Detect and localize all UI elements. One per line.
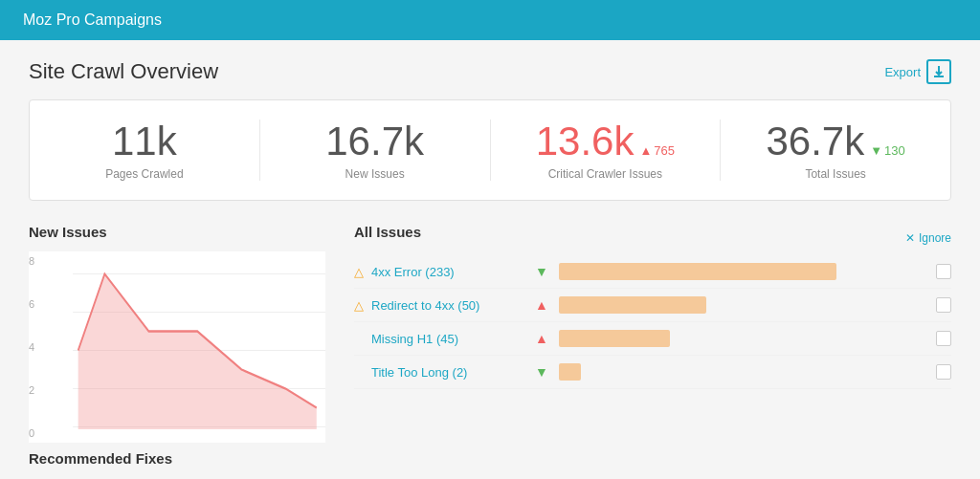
trend-4xx: ▼ — [532, 264, 551, 279]
stat-critical-issues: 13.6k ▲ 765 Critical Crawler Issues — [491, 120, 722, 181]
total-issues-value: 36.7k — [766, 120, 864, 163]
download-icon — [932, 65, 946, 78]
warning-icon-h1: △ — [354, 332, 364, 346]
export-label: Export — [884, 65, 921, 79]
bar-container-title — [559, 363, 928, 381]
top-bar: Moz Pro Campaigns — [0, 0, 980, 40]
pages-crawled-label: Pages Crawled — [30, 167, 259, 181]
issue-bar-title — [559, 363, 581, 381]
export-button[interactable]: Export — [884, 59, 951, 84]
page-title: Site Crawl Overview — [29, 59, 218, 84]
all-issues-title: All Issues — [354, 224, 421, 240]
down-trend-icon-title: ▼ — [535, 364, 548, 380]
issue-row-redirect: △ Redirect to 4xx (50) ▲ — [354, 289, 951, 322]
new-issues-title: New Issues — [29, 224, 325, 240]
stat-total-issues: 36.7k ▼ 130 Total Issues — [721, 120, 950, 181]
stats-card: 11k Pages Crawled 16.7k New Issues 13.6k… — [29, 99, 951, 201]
critical-issues-value: 13.6k — [536, 120, 635, 163]
chart-svg — [29, 251, 325, 443]
down-trend-icon: ▼ — [535, 264, 548, 279]
up-trend-icon: ▲ — [535, 297, 548, 313]
pages-crawled-value: 11k — [30, 120, 259, 163]
issue-row-title: △ Title Too Long (2) ▼ — [354, 356, 951, 389]
trend-title: ▼ — [532, 364, 551, 380]
new-issues-value: 16.7k — [260, 120, 490, 163]
stat-new-issues: 16.7k New Issues — [260, 120, 491, 181]
issue-checkbox-redirect[interactable] — [936, 297, 951, 313]
all-issues-section: All Issues ✕ Ignore △ 4xx Error (233) ▼ — [354, 224, 951, 443]
x-icon: ✕ — [905, 231, 915, 245]
total-issues-label: Total Issues — [721, 167, 950, 181]
warning-icon-redirect: △ — [354, 298, 364, 313]
bar-container-redirect — [559, 296, 928, 314]
issue-label-h1[interactable]: Missing H1 (45) — [371, 332, 524, 346]
issue-bar-redirect — [559, 296, 706, 314]
issue-row-h1: △ Missing H1 (45) ▲ — [354, 322, 951, 356]
critical-issues-change: ▲ 765 — [639, 143, 675, 158]
trend-redirect: ▲ — [532, 297, 551, 313]
issue-bar-h1 — [559, 330, 670, 347]
new-issues-chart: 8 6 4 2 0 — [29, 251, 325, 443]
trend-h1: ▲ — [532, 331, 551, 346]
ignore-label: Ignore — [919, 231, 951, 245]
issue-checkbox-h1[interactable] — [936, 331, 951, 346]
issue-label-4xx[interactable]: 4xx Error (233) — [371, 265, 524, 279]
export-icon-box — [926, 59, 951, 84]
warning-icon-4xx: △ — [354, 265, 364, 279]
app-title: Moz Pro Campaigns — [23, 11, 162, 28]
critical-issues-label: Critical Crawler Issues — [491, 167, 721, 181]
down-arrow-icon: ▼ — [870, 143, 882, 158]
bar-container-4xx — [559, 263, 928, 280]
up-arrow-icon: ▲ — [639, 143, 652, 158]
issue-checkbox-4xx[interactable] — [936, 264, 951, 279]
bar-container-h1 — [559, 330, 928, 347]
issue-checkbox-title[interactable] — [936, 364, 951, 380]
issue-label-title[interactable]: Title Too Long (2) — [371, 365, 524, 380]
recommended-fixes-title: Recommended Fixes — [29, 450, 951, 467]
warning-icon-title: △ — [354, 365, 364, 380]
chart-area — [78, 274, 317, 429]
up-trend-icon-h1: ▲ — [535, 331, 548, 346]
ignore-button[interactable]: ✕ Ignore — [905, 231, 951, 245]
new-issues-label: New Issues — [260, 167, 490, 181]
issue-bar-4xx — [559, 263, 836, 280]
issue-row-4xx: △ 4xx Error (233) ▼ — [354, 255, 951, 289]
total-issues-change: ▼ 130 — [870, 143, 905, 158]
issue-label-redirect[interactable]: Redirect to 4xx (50) — [371, 298, 524, 313]
stat-pages-crawled: 11k Pages Crawled — [30, 120, 260, 181]
